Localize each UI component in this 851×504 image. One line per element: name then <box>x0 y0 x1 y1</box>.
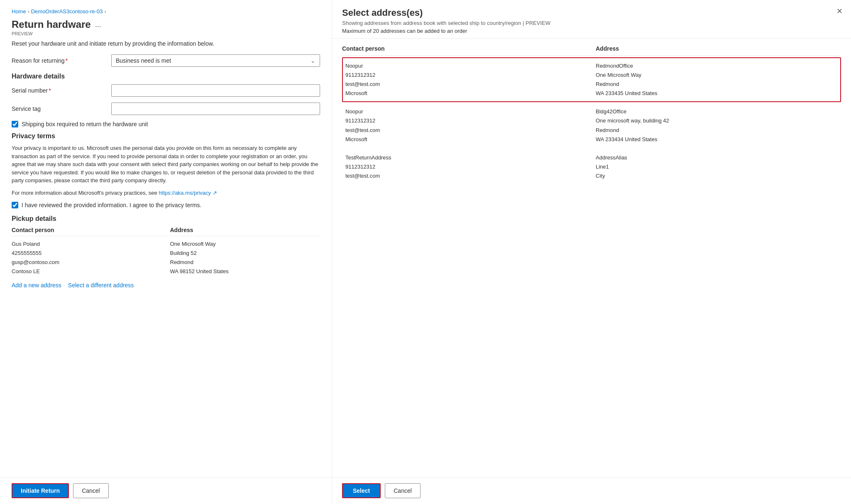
serial-label: Serial number* <box>12 87 103 94</box>
address-line2: Building 52 <box>170 249 320 258</box>
right-footer: Select Cancel <box>332 477 851 504</box>
reason-label: Reason for returning* <box>12 57 103 64</box>
pickup-address: One Microsoft Way Building 52 Redmond WA… <box>170 240 320 276</box>
addr-contact-phone: 9112312312 <box>345 116 587 125</box>
privacy-checkbox-row: I have reviewed the provided information… <box>12 202 320 208</box>
cancel-button-right[interactable]: Cancel <box>385 483 421 498</box>
address-row[interactable]: Noopur 9112312312 test@test.com Microsof… <box>342 103 841 148</box>
hardware-details-title: Hardware details <box>12 73 320 80</box>
select-button[interactable]: Select <box>342 483 381 498</box>
addr-contact-company: Microsoft <box>345 89 587 98</box>
addr-city: Redmond <box>596 126 838 135</box>
addr-region: WA 233434 United States <box>596 135 838 144</box>
shipping-checkbox[interactable] <box>12 121 18 127</box>
pickup-section: Pickup details Contact person Address Gu… <box>12 215 320 289</box>
addr-city: City <box>596 171 838 181</box>
address-region: WA 98152 United States <box>170 267 320 276</box>
privacy-agree-label: I have reviewed the provided information… <box>22 202 201 208</box>
pickup-row: Gus Poland 4255555555 gusp@contoso.com C… <box>12 240 320 276</box>
service-tag-label: Service tag <box>12 105 103 112</box>
privacy-title: Privacy terms <box>12 132 320 140</box>
pickup-col2-header: Address <box>170 227 320 233</box>
right-panel: Select address(es) Showing addresses fro… <box>332 0 851 504</box>
address-addr-col: AddressAlias Line1 City <box>596 153 838 181</box>
reason-row: Reason for returning* Business need is m… <box>12 54 320 67</box>
right-subtitle: Showing addresses from address book with… <box>342 20 841 26</box>
pickup-title: Pickup details <box>12 215 320 223</box>
addr-region: WA 233435 United States <box>596 89 838 98</box>
add-new-address-link[interactable]: Add a new address <box>12 282 61 289</box>
privacy-checkbox[interactable] <box>12 202 18 208</box>
addr-contact-phone: 9112312312 <box>345 162 587 171</box>
shipping-label: Shipping box required to return the hard… <box>22 121 148 127</box>
shipping-checkbox-row: Shipping box required to return the hard… <box>12 121 320 127</box>
address-list: Noopur 9112312312 test@test.com Microsof… <box>342 57 841 185</box>
right-info: Maximum of 20 addresses can be added to … <box>342 28 841 34</box>
pickup-headers: Contact person Address <box>12 227 320 236</box>
addr-contact-email: test@test.com <box>345 80 587 89</box>
preview-tag: PREVIEW <box>12 31 320 36</box>
addr-name: Bldg42Office <box>596 107 838 116</box>
reason-required: * <box>66 57 68 64</box>
address-contact-col: Noopur 9112312312 test@test.com Microsof… <box>345 61 587 98</box>
right-header: Select address(es) Showing addresses fro… <box>332 0 851 39</box>
address-addr-col: Bldg42Office One microsoft way, building… <box>596 107 838 144</box>
page-description: Reset your hardware unit and initiate re… <box>12 40 320 47</box>
addr-line1: One microsoft way, building 42 <box>596 116 838 125</box>
addr-contact-email: test@test.com <box>345 126 587 135</box>
addr-contact-email: test@test.com <box>345 171 587 181</box>
close-button[interactable]: ✕ <box>836 7 843 15</box>
addr-name: AddressAlias <box>596 153 838 162</box>
page-ellipsis[interactable]: ... <box>95 20 101 29</box>
address-contact-col: TestReturnAddress 9112312312 test@test.c… <box>345 153 587 181</box>
addr-contact-name: Noopur <box>345 61 587 71</box>
service-tag-input[interactable]: ASE-service-tag-number-1234 <box>111 103 320 115</box>
contact-company: Contoso LE <box>12 267 162 276</box>
pickup-col1-header: Contact person <box>12 227 162 233</box>
address-city: Redmond <box>170 258 320 267</box>
left-content: Home › DemoOrderAS3contoso-re-03 › Retur… <box>0 0 332 477</box>
page-title-row: Return hardware ... <box>12 19 320 30</box>
breadcrumb-home[interactable]: Home <box>12 8 26 15</box>
initiate-return-button[interactable]: Initiate Return <box>12 483 69 498</box>
address-line1: One Microsoft Way <box>170 240 320 249</box>
addr-contact-name: TestReturnAddress <box>345 153 587 162</box>
privacy-link[interactable]: https://aka.ms/privacy ↗ <box>159 190 217 196</box>
addr-line1: One Microsoft Way <box>596 71 838 80</box>
breadcrumb-order[interactable]: DemoOrderAS3contoso-re-03 <box>31 8 103 15</box>
service-tag-row: Service tag ASE-service-tag-number-1234 <box>12 103 320 115</box>
address-table-header: Contact person Address <box>342 45 841 56</box>
select-different-address-link[interactable]: Select a different address <box>68 282 134 289</box>
breadcrumb-sep-1: › <box>28 9 29 15</box>
serial-row: Serial number* DemoOrderAS3contoso-re-03 <box>12 84 320 97</box>
reason-value: Business need is met <box>116 57 171 64</box>
contact-name: Gus Poland <box>12 240 162 249</box>
address-col1-header: Contact person <box>342 45 587 52</box>
address-row[interactable]: Noopur 9112312312 test@test.com Microsof… <box>342 57 841 102</box>
serial-input[interactable]: DemoOrderAS3contoso-re-03 <box>111 84 320 97</box>
reason-dropdown[interactable]: Business need is met ⌄ <box>111 54 320 67</box>
left-panel: Home › DemoOrderAS3contoso-re-03 › Retur… <box>0 0 332 504</box>
address-addr-col: RedmondOffice One Microsoft Way Redmond … <box>596 61 838 98</box>
addr-name: RedmondOffice <box>596 61 838 71</box>
contact-phone: 4255555555 <box>12 249 162 258</box>
right-content: Contact person Address Noopur 9112312312… <box>332 39 851 477</box>
left-footer: Initiate Return Cancel <box>0 477 332 504</box>
right-title: Select address(es) <box>342 7 841 18</box>
breadcrumb-sep-2: › <box>104 9 106 15</box>
page-title: Return hardware <box>12 19 91 30</box>
address-col2-header: Address <box>596 45 841 52</box>
addr-contact-name: Noopur <box>345 107 587 116</box>
addr-line1: Line1 <box>596 162 838 171</box>
addr-contact-company: Microsoft <box>345 135 587 144</box>
chevron-down-icon: ⌄ <box>311 57 315 64</box>
privacy-text-1: Your privacy is important to us. Microso… <box>12 144 320 185</box>
breadcrumb: Home › DemoOrderAS3contoso-re-03 › <box>12 8 320 15</box>
address-row[interactable]: TestReturnAddress 9112312312 test@test.c… <box>342 149 841 185</box>
address-actions: Add a new address Select a different add… <box>12 282 320 289</box>
addr-contact-phone: 9112312312 <box>345 71 587 80</box>
privacy-text-2: For more information about Microsoft's p… <box>12 189 320 197</box>
address-contact-col: Noopur 9112312312 test@test.com Microsof… <box>345 107 587 144</box>
cancel-button-left[interactable]: Cancel <box>73 483 109 498</box>
contact-email: gusp@contoso.com <box>12 258 162 267</box>
